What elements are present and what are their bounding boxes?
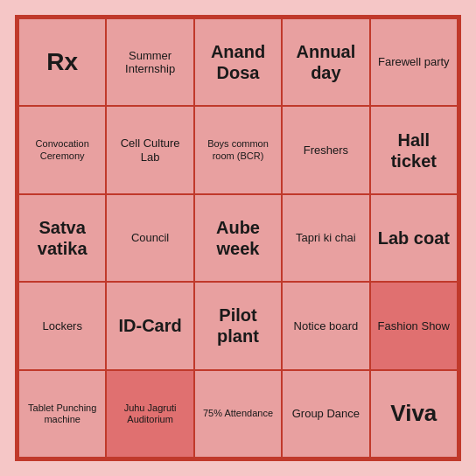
- cell-aube-week: Aube week: [195, 195, 281, 281]
- cell-text-pilot-plant: Pilot plant: [199, 304, 277, 346]
- cell-text-council: Council: [131, 231, 169, 245]
- cell-rx: Rx: [19, 19, 105, 105]
- cell-tablet-punching-machine: Tablet Punching machine: [19, 371, 105, 457]
- cell-anand-dosa: Anand Dosa: [195, 19, 281, 105]
- bingo-card: Rx Summer Internship Anand Dosa Annual d…: [15, 15, 461, 461]
- cell-text-freshers: Freshers: [304, 144, 348, 158]
- cell-hall-ticket: Hall ticket: [371, 107, 457, 192]
- cell-group-dance: Group Dance: [283, 371, 368, 457]
- cell-boys-common-room: Boys common room (BCR): [195, 107, 281, 192]
- cell-text-annual-day: Annual day: [286, 41, 365, 83]
- cell-pilot-plant: Pilot plant: [195, 283, 281, 368]
- cell-text-boys-common-room: Boys common room (BCR): [199, 138, 277, 161]
- cell-cell-culture-lab: Cell Culture Lab: [107, 107, 192, 192]
- cell-juhu-jagruti: Juhu Jagruti Auditorium: [107, 371, 192, 457]
- cell-text-anand-dosa: Anand Dosa: [199, 41, 277, 83]
- cell-convocation-ceremony: Convocation Ceremony: [19, 107, 105, 192]
- cell-attendance: 75% Attendance: [195, 371, 281, 457]
- cell-farewell-party: Farewell party: [371, 19, 457, 105]
- cell-freshers: Freshers: [283, 107, 368, 192]
- cell-text-rx: Rx: [46, 47, 78, 77]
- cell-text-farewell-party: Farewell party: [378, 55, 450, 69]
- cell-text-tapri-ki-chai: Tapri ki chai: [296, 231, 356, 245]
- cell-text-group-dance: Group Dance: [292, 407, 360, 421]
- cell-id-card: ID-Card: [107, 283, 192, 368]
- cell-text-hall-ticket: Hall ticket: [374, 130, 453, 172]
- cell-annual-day: Annual day: [283, 19, 368, 105]
- cell-satvavatika: Satva vatika: [19, 195, 105, 281]
- cell-tapri-ki-chai: Tapri ki chai: [283, 195, 368, 281]
- cell-text-convocation-ceremony: Convocation Ceremony: [23, 138, 102, 161]
- cell-text-id-card: ID-Card: [118, 315, 181, 336]
- cell-lab-coat: Lab coat: [371, 195, 457, 281]
- cell-council: Council: [107, 195, 192, 281]
- cell-text-summer-internship: Summer Internship: [110, 49, 189, 76]
- cell-text-lockers: Lockers: [42, 319, 82, 333]
- cell-text-notice-board: Notice board: [294, 319, 359, 333]
- cell-text-viva: Viva: [390, 400, 437, 427]
- cell-text-attendance: 75% Attendance: [203, 408, 273, 419]
- cell-fashion-show: Fashion Show: [371, 283, 457, 368]
- cell-summer-internship: Summer Internship: [107, 19, 192, 105]
- cell-notice-board: Notice board: [283, 283, 368, 368]
- cell-text-juhu-jagruti: Juhu Jagruti Auditorium: [110, 402, 189, 425]
- cell-text-satvavatika: Satva vatika: [23, 217, 102, 259]
- cell-text-tablet-punching-machine: Tablet Punching machine: [23, 402, 102, 425]
- cell-lockers: Lockers: [19, 283, 105, 368]
- cell-text-lab-coat: Lab coat: [378, 228, 450, 248]
- cell-viva: Viva: [371, 371, 457, 457]
- cell-text-cell-culture-lab: Cell Culture Lab: [110, 136, 189, 164]
- cell-text-aube-week: Aube week: [199, 217, 277, 259]
- cell-text-fashion-show: Fashion Show: [378, 319, 450, 333]
